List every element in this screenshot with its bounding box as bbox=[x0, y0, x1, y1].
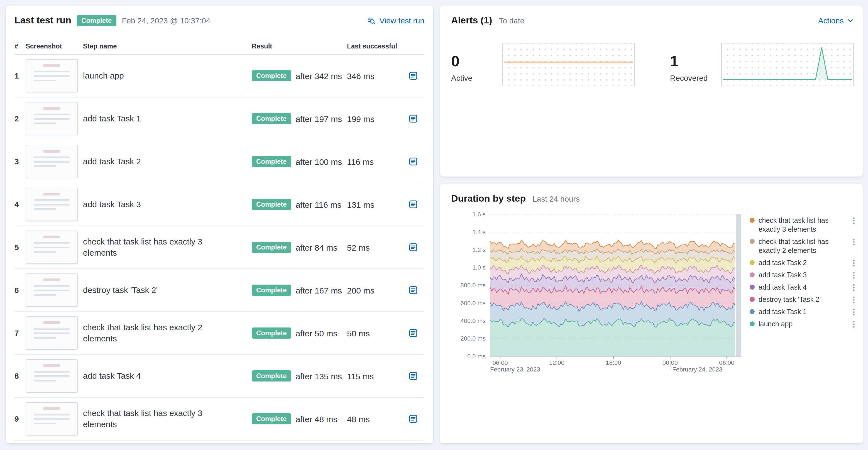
step-screenshot-thumbnail[interactable] bbox=[26, 145, 78, 178]
screenshot-content-line bbox=[34, 337, 56, 339]
screenshot-content-line bbox=[34, 418, 70, 420]
step-screenshot-thumbnail[interactable] bbox=[26, 188, 78, 221]
legend-options-icon[interactable] bbox=[850, 308, 857, 316]
step-inspect-button[interactable] bbox=[408, 199, 419, 210]
step-inspect-button[interactable] bbox=[408, 371, 419, 382]
duration-subtitle: Last 24 hours bbox=[532, 194, 580, 203]
step-result-cell: Complete after 84 ms bbox=[252, 242, 347, 253]
step-status-badge: Complete bbox=[252, 327, 291, 339]
synthetics-monitor-dashboard: Last test run Complete Feb 24, 2023 @ 10… bbox=[0, 0, 868, 450]
screenshot-content-line bbox=[34, 371, 70, 373]
svg-text:February 23, 2023: February 23, 2023 bbox=[490, 366, 540, 373]
step-name: add task Task 4 bbox=[83, 371, 252, 382]
view-test-run-link[interactable]: View test run bbox=[367, 16, 424, 25]
steps-table-body: 1 launch app Complete after 342 ms 346 m… bbox=[14, 55, 424, 441]
screenshot-content-line bbox=[34, 208, 56, 210]
step-row: 4 add task Task 3 Complete after 116 ms … bbox=[14, 183, 424, 226]
step-result-cell: Complete after 48 ms bbox=[252, 413, 347, 424]
step-screenshot-cell bbox=[26, 231, 83, 264]
last-test-run-panel: Last test run Complete Feb 24, 2023 @ 10… bbox=[6, 6, 433, 443]
step-screenshot-thumbnail[interactable] bbox=[26, 59, 78, 92]
svg-text:12:00: 12:00 bbox=[549, 359, 564, 366]
step-number: 9 bbox=[14, 414, 26, 423]
step-inspect-button[interactable] bbox=[408, 285, 419, 296]
svg-text:400.0 ms: 400.0 ms bbox=[461, 317, 486, 324]
screenshot-content-line bbox=[34, 161, 70, 163]
step-duration: after 116 ms bbox=[296, 200, 341, 209]
legend-options-icon[interactable] bbox=[850, 271, 857, 280]
view-test-run-label: View test run bbox=[379, 16, 424, 25]
legend-options-icon[interactable] bbox=[850, 258, 857, 267]
legend-options-icon[interactable] bbox=[850, 216, 857, 225]
step-row: 9 check that task list has exactly 3 ele… bbox=[14, 398, 424, 441]
legend-options-icon[interactable] bbox=[850, 283, 857, 292]
legend-item[interactable]: add task Task 1 bbox=[750, 308, 857, 316]
step-screenshot-thumbnail[interactable] bbox=[26, 274, 78, 307]
step-screenshot-cell bbox=[26, 402, 83, 436]
step-screenshot-cell bbox=[26, 188, 83, 221]
legend-options-icon[interactable] bbox=[850, 237, 857, 246]
step-inspect-button[interactable] bbox=[408, 70, 419, 81]
legend-color-dot bbox=[750, 272, 755, 277]
step-result-cell: Complete after 197 ms bbox=[252, 113, 347, 124]
legend-item[interactable]: check that task list has exactly 2 eleme… bbox=[750, 237, 857, 255]
step-actions-cell bbox=[408, 327, 424, 339]
step-screenshot-thumbnail[interactable] bbox=[26, 231, 78, 264]
screenshot-content-line bbox=[34, 71, 70, 72]
step-name: add task Task 1 bbox=[83, 113, 252, 124]
step-result-cell: Complete after 167 ms bbox=[252, 285, 347, 296]
screenshot-content-line bbox=[34, 204, 70, 205]
step-number: 3 bbox=[14, 157, 26, 166]
step-inspect-button[interactable] bbox=[408, 413, 419, 424]
step-inspect-button[interactable] bbox=[408, 242, 419, 253]
inspect-document-icon bbox=[409, 114, 418, 123]
recovered-alerts-count: 1 bbox=[670, 54, 721, 69]
step-status-badge: Complete bbox=[252, 199, 291, 210]
last-test-run-title: Last test run bbox=[14, 14, 71, 27]
step-inspect-button[interactable] bbox=[408, 156, 419, 167]
legend-item[interactable]: add task Task 3 bbox=[750, 271, 857, 280]
step-actions-cell bbox=[408, 242, 424, 253]
legend-color-dot bbox=[750, 297, 755, 302]
screenshot-app-title-bar bbox=[43, 407, 60, 410]
svg-text:0.0 ms: 0.0 ms bbox=[467, 353, 486, 360]
legend-item[interactable]: launch app bbox=[750, 320, 857, 329]
alerts-actions-label: Actions bbox=[818, 16, 844, 25]
step-screenshot-thumbnail[interactable] bbox=[26, 402, 78, 436]
step-name: add task Task 2 bbox=[83, 156, 252, 167]
svg-text:06:00: 06:00 bbox=[719, 359, 734, 366]
step-result-cell: Complete after 342 ms bbox=[252, 70, 347, 81]
duration-body: 0.0 ms200.0 ms400.0 ms600.0 ms800.0 ms1.… bbox=[451, 208, 857, 375]
step-last-successful: 52 ms bbox=[347, 243, 408, 252]
legend-item[interactable]: add task Task 4 bbox=[750, 283, 857, 292]
inspect-magnifier-icon bbox=[367, 16, 376, 25]
legend-item[interactable]: add task Task 2 bbox=[750, 258, 857, 267]
step-result-cell: Complete after 116 ms bbox=[252, 199, 347, 210]
step-inspect-button[interactable] bbox=[408, 327, 419, 339]
alerts-actions-menu[interactable]: Actions bbox=[818, 16, 854, 25]
step-duration: after 197 ms bbox=[296, 114, 342, 123]
step-actions-cell bbox=[408, 199, 424, 210]
step-name: check that task list has exactly 3 eleme… bbox=[83, 408, 252, 430]
legend-item[interactable]: destroy task 'Task 2' bbox=[750, 295, 857, 304]
screenshot-content-line bbox=[34, 114, 70, 115]
last-test-run-timestamp: Feb 24, 2023 @ 10:37:04 bbox=[122, 16, 210, 25]
legend-label: check that task list has exactly 2 eleme… bbox=[758, 237, 847, 255]
screenshot-content-line bbox=[34, 294, 56, 296]
step-name: check that task list has exactly 3 eleme… bbox=[83, 236, 252, 258]
svg-text:February 24, 2023: February 24, 2023 bbox=[672, 366, 722, 373]
step-inspect-button[interactable] bbox=[408, 113, 419, 124]
svg-text:200.0 ms: 200.0 ms bbox=[461, 335, 486, 342]
step-screenshot-thumbnail[interactable] bbox=[26, 316, 78, 350]
legend-label: add task Task 3 bbox=[758, 271, 847, 280]
legend-options-icon[interactable] bbox=[850, 320, 857, 329]
legend-options-icon[interactable] bbox=[850, 295, 857, 304]
step-screenshot-thumbnail[interactable] bbox=[26, 359, 78, 393]
screenshot-content-line bbox=[34, 328, 70, 330]
step-number: 6 bbox=[14, 286, 26, 295]
svg-text:800.0 ms: 800.0 ms bbox=[461, 282, 486, 289]
step-screenshot-thumbnail[interactable] bbox=[26, 102, 78, 135]
duration-title: Duration by step bbox=[451, 193, 526, 205]
legend-item[interactable]: check that task list has exactly 3 eleme… bbox=[750, 216, 857, 234]
column-header-actions bbox=[408, 42, 424, 50]
